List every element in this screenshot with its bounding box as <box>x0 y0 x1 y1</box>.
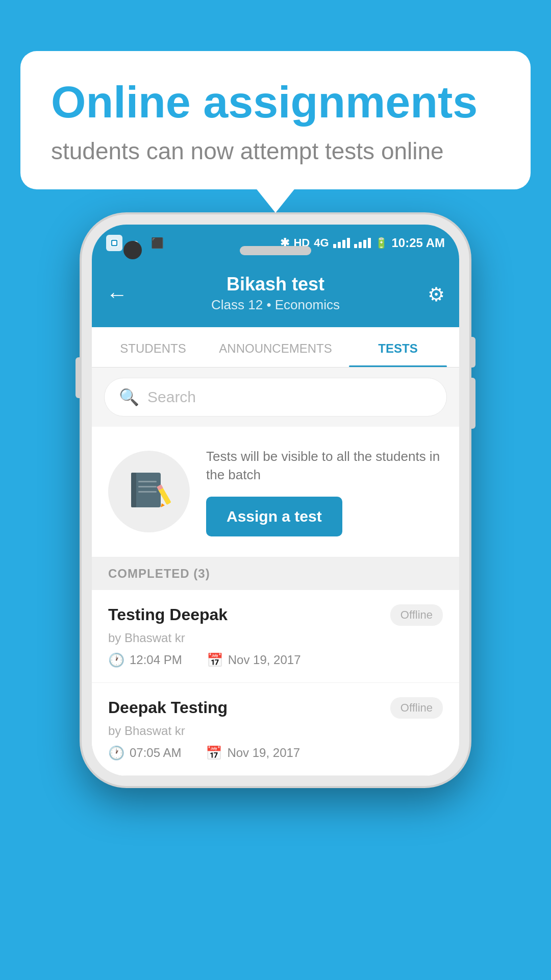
time-display: 10:25 AM <box>392 236 445 250</box>
test-item-header-2: Deepak Testing Offline <box>108 697 443 719</box>
search-placeholder[interactable]: Search <box>147 388 196 406</box>
phone-speaker <box>240 246 311 255</box>
test-status-2: Offline <box>390 697 443 719</box>
signal-bars <box>333 238 350 248</box>
test-author-1: by Bhaswat kr <box>108 631 443 645</box>
svg-rect-6 <box>138 491 157 493</box>
battery-icon: 🔋 <box>375 237 388 249</box>
tab-tests[interactable]: TESTS <box>337 327 459 367</box>
test-time-2: 🕐 07:05 AM <box>108 745 181 761</box>
svg-rect-1 <box>112 241 116 245</box>
bubble-title: Online assignments <box>51 78 500 127</box>
test-name-2: Deepak Testing <box>108 698 228 717</box>
test-meta-1: 🕐 12:04 PM 📅 Nov 19, 2017 <box>108 652 443 668</box>
test-status-1: Offline <box>390 604 443 626</box>
test-item[interactable]: Testing Deepak Offline by Bhaswat kr 🕐 1… <box>92 590 459 683</box>
calendar-icon-1: 📅 <box>207 652 223 668</box>
test-item-header-1: Testing Deepak Offline <box>108 604 443 626</box>
notebook-icon <box>126 469 172 514</box>
search-container: 🔍 Search <box>92 368 459 427</box>
calendar-icon-2: 📅 <box>206 745 222 761</box>
test-meta-2: 🕐 07:05 AM 📅 Nov 19, 2017 <box>108 745 443 761</box>
back-button[interactable]: ← <box>106 282 128 307</box>
phone-mockup: ● ⬛ ✱ HD 4G <box>82 214 469 786</box>
assign-test-button[interactable]: Assign a test <box>206 497 342 536</box>
assign-section: Tests will be visible to all the student… <box>92 427 459 557</box>
speech-bubble: Online assignments students can now atte… <box>20 51 531 189</box>
tab-announcements[interactable]: ANNOUNCEMENTS <box>214 327 337 367</box>
test-name-1: Testing Deepak <box>108 605 228 624</box>
svg-marker-8 <box>161 503 165 507</box>
phone-button-right-2 <box>469 378 475 429</box>
svg-rect-5 <box>138 486 157 487</box>
search-icon: 🔍 <box>119 387 139 407</box>
search-bar[interactable]: 🔍 Search <box>104 378 447 416</box>
assign-description: Tests will be visible to all the student… <box>206 447 443 484</box>
test-time-1: 🕐 12:04 PM <box>108 652 182 668</box>
completed-section-header: COMPLETED (3) <box>92 557 459 590</box>
status-bar: ● ⬛ ✱ HD 4G <box>92 225 459 261</box>
phone-camera <box>123 241 142 259</box>
app-icon-1 <box>106 235 122 251</box>
tab-students[interactable]: STUDENTS <box>92 327 214 367</box>
test-author-2: by Bhaswat kr <box>108 724 443 738</box>
svg-rect-3 <box>131 473 136 507</box>
test-date-1: 📅 Nov 19, 2017 <box>207 652 301 668</box>
phone-button-right-1 <box>469 337 475 368</box>
network-indicator: 4G <box>314 236 329 250</box>
signal-bars-2 <box>354 238 371 248</box>
notebook-icon-wrap <box>108 451 190 532</box>
settings-button[interactable]: ⚙ <box>428 283 445 306</box>
phone-button-left <box>76 357 82 398</box>
test-date-2: 📅 Nov 19, 2017 <box>206 745 300 761</box>
svg-rect-4 <box>138 481 157 482</box>
phone-screen: ● ⬛ ✱ HD 4G <box>92 225 459 776</box>
app-header: ← Bikash test Class 12 • Economics ⚙ <box>92 261 459 327</box>
header-title: Bikash test <box>108 274 443 295</box>
test-item-2[interactable]: Deepak Testing Offline by Bhaswat kr 🕐 0… <box>92 683 459 776</box>
tab-bar: STUDENTS ANNOUNCEMENTS TESTS <box>92 327 459 368</box>
bubble-subtitle: students can now attempt tests online <box>51 137 500 165</box>
clock-icon-2: 🕐 <box>108 745 124 761</box>
clock-icon-1: 🕐 <box>108 652 124 668</box>
assign-content: Tests will be visible to all the student… <box>206 447 443 536</box>
gallery-icon: ⬛ <box>149 235 165 251</box>
header-subtitle: Class 12 • Economics <box>108 297 443 313</box>
